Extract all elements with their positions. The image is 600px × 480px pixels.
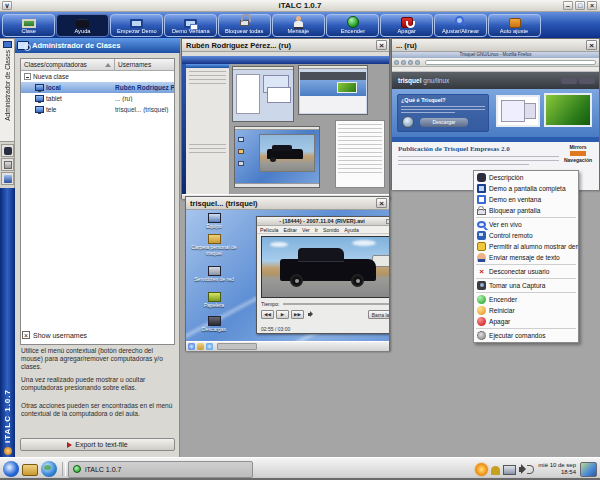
binoculars-icon: [477, 173, 486, 182]
tree-row-computer[interactable]: local Rubén Rodríguez P...: [21, 82, 174, 93]
video-frame: [261, 236, 389, 298]
computer-context-menu: Descripción Demo a pantalla completa Dem…: [473, 170, 579, 343]
promo-title: ¿Qué é Trisquel?: [398, 95, 488, 104]
taskbar-separator: [62, 462, 66, 476]
menu-item-permitir-demo[interactable]: Permitir al alumno mostrar demo: [474, 241, 578, 252]
remote-window-titlebar[interactable]: ... (ru) ×: [392, 39, 599, 52]
file-manager-icon[interactable]: [22, 464, 38, 476]
key-icon[interactable]: [491, 466, 500, 475]
start-menu-icon[interactable]: [3, 461, 19, 477]
network-icon[interactable]: [503, 465, 516, 475]
tree-row-class[interactable]: Nueva clase: [21, 71, 174, 82]
tree-row-computer[interactable]: tele trisquel... (trisquel): [21, 104, 174, 115]
toolbar-button-clase[interactable]: Clase: [2, 14, 55, 37]
classes-tree[interactable]: Clases/computadoras Usernames Nueva clas…: [20, 58, 175, 345]
menu-item-demo-en-ventana[interactable]: Demo en ventana: [474, 194, 578, 205]
brightness-icon[interactable]: [475, 463, 488, 476]
app-name-strip: iTALC 1.0.7: [0, 188, 15, 457]
menu-item-ejecutar-comandos[interactable]: Ejecutar comandos: [474, 330, 578, 341]
thumb-panel: [186, 64, 230, 194]
network-icon: [208, 266, 221, 276]
tree-header: Clases/computadoras Usernames: [21, 59, 174, 71]
power-off-icon: [477, 317, 486, 326]
window-shade-button[interactable]: ∨: [2, 1, 12, 10]
show-usernames-row[interactable]: × Show usernames: [22, 331, 87, 339]
trisquel-logo: trisquel gnu/linux: [398, 77, 449, 84]
download-button: Descargar: [420, 118, 468, 127]
toolbar-button-mensaje[interactable]: Mensaje: [272, 14, 325, 37]
remote-window-titlebar[interactable]: Rubén Rodríguez Pérez... (ru) ×: [182, 39, 389, 52]
taskbar-clock[interactable]: mié 10 de sep 18:54: [538, 462, 576, 476]
remote-window-titlebar[interactable]: trisquel... (trisquel) ×: [186, 197, 389, 210]
menu-item-control-remoto[interactable]: Control remoto: [474, 230, 578, 241]
checkbox-checked[interactable]: ×: [22, 331, 30, 339]
sort-asc-icon: [105, 63, 111, 67]
thumb-window: [234, 126, 320, 188]
site-nav: [559, 78, 595, 84]
help-text-2: Una vez realizado puede mostrar u oculta…: [21, 376, 173, 392]
site-header: trisquel gnu/linux: [392, 72, 599, 89]
thumb-context-menu: [335, 120, 385, 188]
thumb-toolbar: [182, 56, 389, 64]
collapse-icon[interactable]: [24, 73, 31, 80]
computer-icon: [35, 95, 44, 102]
menu-item-encender[interactable]: Encender: [474, 294, 578, 305]
close-icon[interactable]: ×: [376, 198, 387, 208]
column-usernames[interactable]: Usernames: [115, 59, 174, 70]
site-hero-band: ¿Qué é Trisquel? Descargar: [392, 89, 599, 137]
toolbar-button-ayuda[interactable]: Ayuda: [56, 14, 109, 37]
remote-window-rubens[interactable]: Rubén Rodríguez Pérez... (ru) ×: [181, 38, 390, 199]
desktop-icon-papelera: Papelera: [188, 292, 240, 309]
menu-item-enviar-mensaje[interactable]: Enviar mensaje de texto: [474, 252, 578, 263]
show-desktop-icon[interactable]: [580, 462, 597, 477]
menu-item-ver-en-vivo[interactable]: Ver en vivo: [474, 219, 578, 230]
export-to-text-file-button[interactable]: Export to text-file: [20, 438, 175, 451]
computer-icon: [208, 213, 221, 223]
menu-item-reiniciar[interactable]: Reiniciar: [474, 305, 578, 316]
browser-launcher-icon[interactable]: [41, 461, 57, 477]
remote-window-ru[interactable]: ... (ru) × Trisquel GNU/Linux - Mozilla …: [391, 38, 600, 190]
trash-icon: [208, 292, 221, 302]
power-off-icon: [401, 17, 413, 28]
computer-icon: [35, 106, 44, 113]
toolbar-button-apagar[interactable]: Apagar: [380, 14, 433, 37]
toolbar-button-ajustar-alinear[interactable]: Ajustar/Alinear: [434, 14, 487, 37]
close-button[interactable]: ×: [587, 1, 597, 10]
app-name-vertical-label: iTALC 1.0.7: [3, 389, 12, 443]
menu-item-apagar[interactable]: Apagar: [474, 316, 578, 327]
column-classes[interactable]: Clases/computadoras: [21, 59, 115, 70]
toolbar-button-empezar-demo[interactable]: Empezar Demo: [110, 14, 163, 37]
screenshot-thumb-green: [544, 93, 592, 127]
volume-icon[interactable]: [519, 463, 533, 476]
tree-row-computer[interactable]: tablet ... (ru): [21, 93, 174, 104]
seek-slider: [283, 303, 389, 305]
menu-item-descripcion[interactable]: Descripción: [474, 172, 578, 183]
tab-config[interactable]: [1, 172, 14, 185]
menu-item-bloquear-pantalla[interactable]: Bloquear pantalla: [474, 205, 578, 216]
close-icon[interactable]: ×: [586, 40, 597, 50]
minimize-button[interactable]: –: [563, 1, 573, 10]
maximize-button[interactable]: □: [575, 1, 585, 10]
menu-item-desconectar-usuario[interactable]: ×Desconectar usuario: [474, 266, 578, 277]
mirrors-label: Mirrors: [559, 144, 597, 150]
toolbar-button-encender[interactable]: Encender: [326, 14, 379, 37]
close-icon[interactable]: ×: [376, 40, 387, 50]
player-menubar: PelículaEditar VerIr SonidoAyuda: [257, 226, 389, 234]
allow-demo-icon: [477, 242, 486, 251]
taskbar-button-italc[interactable]: iTALC 1.0.7: [68, 461, 253, 478]
remote-control-icon: [477, 231, 486, 240]
toolbar-button-auto-ajuste[interactable]: Auto ajuste: [488, 14, 541, 37]
app-title: iTALC 1.0.7: [0, 1, 600, 10]
system-tray: mié 10 de sep 18:54: [472, 462, 597, 477]
tab-class-manager[interactable]: Administrador de Clases: [0, 38, 15, 142]
tab-overview[interactable]: [1, 144, 14, 157]
toolbar-button-demo-ventana[interactable]: Demo Ventana: [164, 14, 217, 37]
menu-item-tomar-captura[interactable]: Tomar una Captura: [474, 280, 578, 291]
binoculars-icon: [76, 20, 89, 28]
play-button: ▶: [276, 310, 289, 319]
next-button: ▶▶: [291, 310, 304, 319]
remote-window-trisquel[interactable]: trisquel... (trisquel) × Equipo Carpeta …: [185, 196, 390, 351]
tab-snapshots[interactable]: [1, 158, 14, 171]
menu-item-demo-pantalla-completa[interactable]: Demo a pantalla completa: [474, 183, 578, 194]
toolbar-button-bloquear-todas[interactable]: Bloquear todas: [218, 14, 271, 37]
